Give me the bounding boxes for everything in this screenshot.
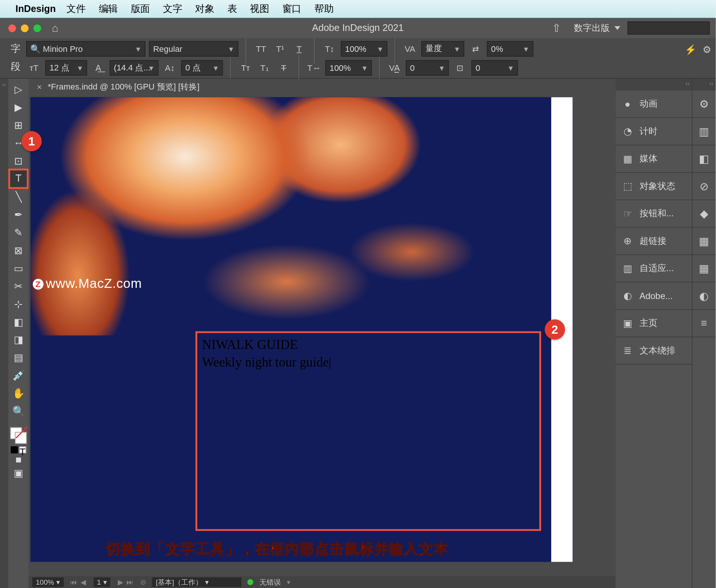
panel-text-wrap[interactable]: ≣文本绕排 — [616, 337, 692, 365]
app-name[interactable]: InDesign — [16, 4, 56, 15]
page-tool[interactable]: ⊞ — [10, 116, 28, 134]
minimize-icon[interactable] — [21, 24, 29, 32]
char-mode-button[interactable]: 字 — [5, 43, 26, 56]
zoom-level[interactable]: 100% ▾ — [32, 577, 63, 587]
mini-panel-6[interactable]: ▦ — [693, 255, 716, 283]
mini-panel-3[interactable]: ⊘ — [693, 173, 716, 200]
line-tool[interactable]: ╲ — [10, 188, 28, 205]
kerning-icon: VA — [402, 41, 418, 57]
mini-panel-8[interactable]: ≡ — [693, 310, 716, 337]
scissors-tool[interactable]: ✂ — [10, 277, 28, 295]
leading-field[interactable]: (14.4 点...▾ — [110, 60, 158, 76]
note-tool[interactable]: ▤ — [10, 349, 28, 367]
vscale-field[interactable]: 100%▾ — [341, 41, 387, 57]
home-icon[interactable]: ⌂ — [52, 22, 58, 34]
eyedropper-tool[interactable]: 💉 — [10, 367, 28, 384]
page-nav[interactable]: ⏮◀ — [69, 578, 87, 586]
mini-panel-7[interactable]: ◐ — [693, 282, 716, 310]
shift-field[interactable]: 0 点▾ — [181, 60, 223, 76]
menu-file[interactable]: 文件 — [66, 3, 85, 15]
panel-media[interactable]: ▦媒体 — [616, 145, 692, 173]
mini-panel-4[interactable]: ◆ — [693, 200, 716, 228]
zoom-icon[interactable] — [33, 24, 41, 32]
panel-animation[interactable]: ●动画 — [616, 91, 692, 118]
pages-icon: ▣ — [622, 318, 634, 329]
page[interactable]: Zwww.MacZ.com NIWALK GUIDE Weekly night … — [30, 97, 572, 562]
fill-stroke-swatch[interactable] — [10, 427, 27, 444]
font-style-combo[interactable]: Regular▾ — [149, 41, 239, 57]
panel-hyperlinks[interactable]: ⊕超链接 — [616, 227, 692, 255]
style-indicator[interactable]: [基本]（工作） ▾ — [152, 577, 242, 587]
preflight-ok-icon — [248, 579, 254, 585]
mini-panel-0[interactable]: ⚙ — [693, 91, 716, 118]
dock-collapse-icon[interactable]: ‹‹ — [616, 79, 692, 91]
mini-panel-5[interactable]: ▦ — [693, 227, 716, 255]
content-collector-tool[interactable]: ⊡ — [10, 152, 28, 170]
search-input[interactable] — [628, 22, 710, 35]
panel-liquid-layout[interactable]: ▥自适应... — [616, 255, 692, 283]
rectangle-tool[interactable]: ▭ — [10, 259, 28, 277]
text-frame[interactable]: NIWALK GUIDE Weekly night tour guide — [195, 331, 541, 531]
font-size-field[interactable]: 12 点▾ — [45, 60, 87, 76]
mini-panel-2[interactable]: ◧ — [693, 145, 716, 173]
screen-mode[interactable]: ▣ — [10, 466, 28, 479]
menu-table[interactable]: 表 — [227, 3, 237, 15]
document-tab[interactable]: × *Frames.indd @ 100% [GPU 预览] [转换] — [29, 79, 616, 95]
baseline-field[interactable]: 0%▾ — [487, 41, 534, 57]
liquid-icon: ▥ — [622, 263, 634, 274]
rectangle-frame-tool[interactable]: ⊠ — [10, 241, 28, 259]
pencil-tool[interactable]: ✎ — [10, 223, 28, 241]
close-icon[interactable] — [8, 24, 16, 32]
share-icon[interactable]: ⇧ — [552, 22, 561, 35]
panel-object-states[interactable]: ⬚对象状态 — [616, 173, 692, 200]
gradient-feather-tool[interactable]: ◨ — [10, 331, 28, 349]
menu-help[interactable]: 帮助 — [314, 3, 333, 15]
type-tool[interactable]: T — [10, 170, 28, 188]
menu-edit[interactable]: 编辑 — [99, 3, 118, 15]
skew-field[interactable]: 0▾ — [471, 60, 518, 76]
tutorial-caption: 切换到「文字工具」，在框内部点击鼠标并输入文本 — [106, 539, 449, 558]
hand-tool[interactable]: ✋ — [10, 384, 28, 402]
smallcaps-icon[interactable]: Tт — [238, 60, 254, 76]
kerning-combo[interactable]: 量度▾ — [421, 41, 464, 57]
menu-layout[interactable]: 版面 — [131, 3, 150, 15]
panel-adobe[interactable]: ◐Adobe... — [616, 282, 692, 310]
traffic-lights[interactable] — [8, 24, 41, 32]
menu-object[interactable]: 对象 — [195, 3, 214, 15]
subscript-icon[interactable]: T₁ — [257, 60, 273, 76]
preflight-label[interactable]: 无错误 — [260, 577, 281, 587]
left-dock-toggle[interactable]: ›› — [0, 79, 8, 588]
canvas[interactable]: Zwww.MacZ.com NIWALK GUIDE Weekly night … — [29, 95, 611, 572]
mini-panel-1[interactable]: ▥ — [693, 118, 716, 145]
apply-color[interactable]: ■ — [10, 453, 28, 466]
font-family-combo[interactable]: 🔍 Minion Pro▾ — [26, 41, 145, 57]
dock2-collapse-icon[interactable]: ‹‹ — [693, 79, 716, 91]
color-mode-toggle[interactable]: T — [11, 446, 26, 453]
menu-view[interactable]: 视图 — [250, 3, 269, 15]
panel-menu-icon[interactable]: ⚙ — [703, 44, 711, 55]
menu-window[interactable]: 窗口 — [282, 3, 301, 15]
tracking-field[interactable]: 0▾ — [406, 60, 449, 76]
hscale-field[interactable]: 100%▾ — [326, 60, 372, 76]
gradient-swatch-tool[interactable]: ◧ — [10, 313, 28, 331]
toolbox: ▷ ▶ ⊞ ↔ ⊡ T ╲ ✒ ✎ ⊠ ▭ ✂ ⊹ ◧ ◨ ▤ 💉 ✋ 🔍 T — [8, 79, 28, 588]
direct-selection-tool[interactable]: ▶ — [10, 98, 28, 116]
panel-timing[interactable]: ◔计时 — [616, 118, 692, 145]
panel-buttons[interactable]: ☞按钮和... — [616, 200, 692, 228]
allcaps-icon[interactable]: TT — [253, 41, 269, 57]
superscript-icon[interactable]: T¹ — [272, 41, 288, 57]
page-nav-fwd[interactable]: ▶⏭ — [116, 578, 134, 586]
panel-pages[interactable]: ▣主页 — [616, 310, 692, 337]
strike-icon[interactable]: T — [276, 60, 292, 76]
selection-tool[interactable]: ▷ — [10, 81, 28, 98]
quick-apply-icon[interactable]: ⚡ — [685, 44, 697, 55]
vscale-icon: T↕ — [322, 41, 337, 57]
pen-tool[interactable]: ✒ — [10, 205, 28, 223]
zoom-tool[interactable]: 🔍 — [10, 402, 28, 420]
free-transform-tool[interactable]: ⊹ — [10, 295, 28, 313]
close-tab-icon[interactable]: × — [37, 82, 42, 92]
page-number[interactable]: 1 ▾ — [93, 577, 110, 587]
para-mode-button[interactable]: 段 — [5, 61, 26, 73]
workspace-switcher[interactable]: 数字出版 — [574, 22, 621, 34]
menu-type[interactable]: 文字 — [163, 3, 182, 15]
